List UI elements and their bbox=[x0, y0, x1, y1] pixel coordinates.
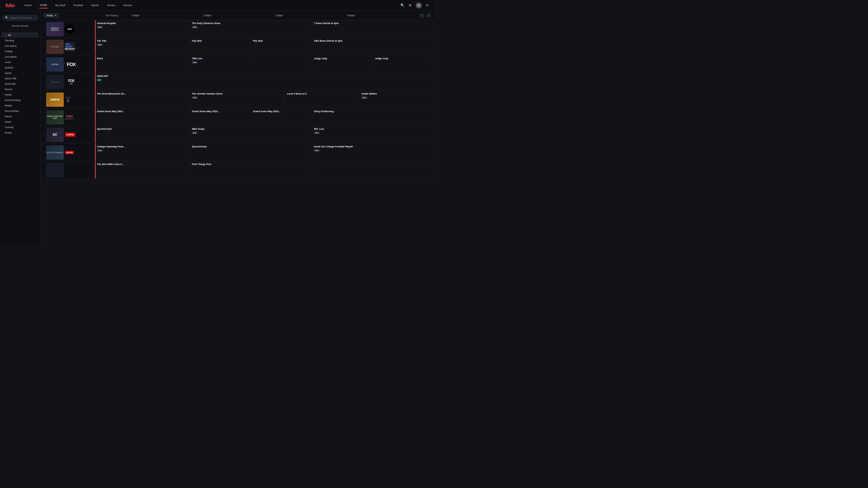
program-flip-side-2[interactable]: Flip Side bbox=[251, 38, 312, 55]
filter-spanish[interactable]: Spanish bbox=[1, 65, 39, 70]
time-slot-2: 3:00pm bbox=[201, 14, 273, 17]
channel-row-bottom: ☆ The Herd With Colin C... First Things … bbox=[41, 161, 434, 179]
favorite-star-fubo[interactable]: ☆ bbox=[43, 116, 45, 119]
program-grand-sumo-1[interactable]: Grand Sumo May 2024... bbox=[95, 108, 190, 126]
date-label: Today bbox=[46, 14, 53, 17]
program-grand-sumo-2[interactable]: Grand Sumo May 2024... bbox=[190, 108, 251, 126]
program-nfl-live[interactable]: NFL Live New bbox=[312, 126, 434, 143]
filter-live-sports[interactable]: Live Sports bbox=[1, 43, 39, 48]
channel-thumb-fox: EXTRA bbox=[46, 57, 64, 72]
program-kelly-clarkson[interactable]: The Kelly Clarkson Show New bbox=[190, 20, 312, 38]
search-icon[interactable]: 🔍 bbox=[400, 3, 405, 7]
program-grand-sumo-3[interactable]: Grand Sumo May 2024... bbox=[251, 108, 312, 126]
reorder-button[interactable]: Reorder favorites bbox=[0, 23, 40, 30]
program-cbs-news-detroit[interactable]: CBS News Detroit at 4pm bbox=[312, 38, 434, 55]
program-bottom-empty[interactable] bbox=[312, 161, 434, 179]
top-navigation: fubo Home Guide My Stuff Football Sports… bbox=[0, 0, 434, 11]
filter-comedy[interactable]: Comedy bbox=[1, 125, 39, 130]
program-judge-judy-1[interactable]: Judge Judy bbox=[312, 56, 373, 73]
filter-movies[interactable]: Movies bbox=[1, 87, 39, 92]
program-flip-side-1[interactable]: Flip Side bbox=[190, 38, 251, 55]
filter-all[interactable]: ✓ All bbox=[1, 32, 39, 38]
search-input[interactable] bbox=[10, 17, 35, 19]
favorite-star-abc[interactable]: ☆ bbox=[43, 28, 45, 30]
channel-row-local4: ☆ DREW LOCAL 4 The Drew Barrymore Sh... bbox=[41, 91, 434, 108]
program-sportscenter[interactable]: SportsCenter bbox=[95, 126, 190, 143]
nav-football[interactable]: Football bbox=[73, 2, 83, 8]
settings-icon[interactable]: ⚙ bbox=[409, 3, 412, 7]
search-box[interactable]: 🔍 bbox=[2, 15, 38, 21]
time-slot-3: 3:30pm bbox=[273, 14, 344, 17]
local4-logo: LOCAL 4 bbox=[65, 97, 71, 103]
next-arrow[interactable]: › bbox=[426, 13, 431, 18]
favorite-star-bottom[interactable]: ☆ bbox=[43, 169, 45, 171]
nav-sports[interactable]: Sports bbox=[91, 2, 100, 8]
nav-home[interactable]: Home bbox=[24, 2, 32, 8]
filter-reality[interactable]: Reality bbox=[1, 103, 39, 108]
date-selector[interactable]: Today ▼ bbox=[43, 13, 59, 18]
favorite-star-local4[interactable]: ☆ bbox=[43, 98, 45, 101]
program-college-football-playoff[interactable]: Inside the College Football Playoff New bbox=[312, 144, 434, 161]
program-nba-today[interactable]: NBA Today New bbox=[190, 126, 312, 143]
favorite-star-fox4k[interactable]: ☆ bbox=[43, 81, 45, 83]
fox-logo: FOX bbox=[65, 62, 77, 67]
filter-sports[interactable]: Sports bbox=[1, 70, 39, 76]
programs-fubo: Grand Sumo May 2024... Grand Sumo May 20… bbox=[95, 108, 434, 126]
program-drew-barrymore[interactable]: The Drew Barrymore Sh... bbox=[95, 91, 190, 108]
current-time-line bbox=[95, 108, 96, 126]
nav-shows[interactable]: Shows bbox=[106, 2, 116, 8]
favorite-star-cbs[interactable]: ☆ bbox=[43, 45, 45, 48]
channel-info-espn2: ☆ COLLEGE GAMEDAY ESPN2 bbox=[41, 144, 95, 161]
nav-movies[interactable]: Movies bbox=[123, 2, 133, 8]
channel-thumb-cbs: THE TALK bbox=[46, 40, 64, 54]
program-judge-judy-2[interactable]: Judge Judy bbox=[373, 56, 434, 73]
time-slots: 2:30pm 3:00pm 3:30pm 4:00pm bbox=[129, 14, 416, 17]
program-extra[interactable]: Extra bbox=[95, 56, 190, 73]
time-slot-4: 4:00pm bbox=[344, 14, 416, 17]
program-first-things-first[interactable]: First Things First bbox=[190, 161, 312, 179]
program-general-hospital[interactable]: General Hospital New bbox=[95, 20, 190, 38]
nav-guide[interactable]: Guide bbox=[39, 2, 48, 8]
program-college-gameday[interactable]: College Gameday Podc... New bbox=[95, 144, 190, 161]
avatar[interactable]: Eli bbox=[416, 2, 422, 8]
filter-action[interactable]: Action bbox=[1, 119, 39, 124]
filter-family[interactable]: Family bbox=[1, 92, 39, 97]
filter-local[interactable]: Local bbox=[1, 60, 39, 65]
channel-thumb-espn2: COLLEGE GAMEDAY bbox=[46, 145, 64, 160]
program-inside-edition[interactable]: Inside Edition New bbox=[359, 91, 434, 108]
favorite-star-espn[interactable]: ☆ bbox=[43, 134, 45, 136]
programs-fox: Extra TMZ Live New Judge Judy Judge Judy bbox=[95, 56, 434, 73]
time-nav-left: Today ▼ bbox=[41, 13, 95, 18]
program-jennifer-hudson[interactable]: The Jennifer Hudson Show New bbox=[190, 91, 285, 108]
program-tmz-live[interactable]: TMZ Live New bbox=[190, 56, 312, 73]
channel-row-fox4k: ☆ Sign Off FOX 4K SIGN OFF 4K bbox=[41, 73, 434, 91]
filter-just-added[interactable]: Just Added bbox=[1, 54, 39, 59]
time-header: Today ▼ Now Playing 2:30pm 3:00pm 3:30pm… bbox=[41, 11, 434, 20]
filter-news-talk[interactable]: News/Talk bbox=[1, 81, 39, 86]
program-the-talk[interactable]: The Talk New bbox=[95, 38, 190, 55]
program-7news-detroit[interactable]: 7 News Detroit at 4pm bbox=[312, 20, 434, 38]
filter-trending[interactable]: Trending bbox=[1, 38, 39, 43]
current-time-line bbox=[95, 144, 96, 161]
filter-nature[interactable]: Nature bbox=[1, 114, 39, 119]
filter-home-cooking[interactable]: Home/Cooking bbox=[1, 98, 39, 103]
nav-mystuff[interactable]: My Stuff bbox=[55, 2, 66, 8]
favorite-star-espn2[interactable]: ☆ bbox=[43, 151, 45, 154]
filter-holiday[interactable]: Holiday bbox=[1, 49, 39, 54]
fubo-logo[interactable]: fubo bbox=[5, 3, 14, 8]
main-layout: 🔍 Reorder favorites ✓ All Trending Live … bbox=[0, 11, 434, 244]
program-sign-off[interactable]: SIGN OFF 4K bbox=[95, 73, 434, 90]
filter-documentary[interactable]: Documentary bbox=[1, 108, 39, 114]
program-glory-kickboxing[interactable]: Glory Kickboxing bbox=[312, 108, 434, 126]
time-slot-1: 2:30pm bbox=[129, 14, 201, 17]
program-sportscenter-2[interactable]: SportsCenter bbox=[190, 144, 312, 161]
fox4k-logo: FOX 4K bbox=[65, 79, 77, 85]
filter-sports-talk[interactable]: Sports Talk bbox=[1, 76, 39, 81]
program-herd[interactable]: The Herd With Colin C... bbox=[95, 161, 190, 179]
programs-fox4k: SIGN OFF 4K bbox=[95, 73, 434, 90]
filter-drama[interactable]: Drama bbox=[1, 130, 39, 135]
channel-info-bottom: ☆ bbox=[41, 161, 95, 179]
favorite-star-fox[interactable]: ☆ bbox=[43, 63, 45, 66]
program-local4-news[interactable]: Local 4 News at 4 bbox=[285, 91, 359, 108]
prev-arrow[interactable]: ‹ bbox=[419, 13, 425, 18]
